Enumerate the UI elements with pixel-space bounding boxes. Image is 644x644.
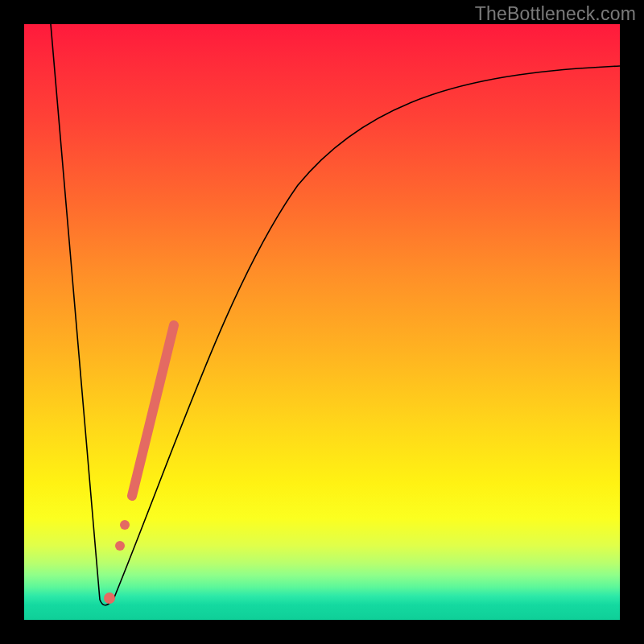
bottleneck-curve	[51, 24, 620, 605]
curve-layer	[24, 24, 620, 620]
watermark-text: TheBottleneck.com	[475, 3, 636, 25]
plot-area	[24, 24, 620, 620]
highlight-stripe	[132, 325, 174, 496]
highlight-dot-2	[115, 541, 125, 551]
highlight-dot-3	[120, 520, 130, 530]
chart-frame: TheBottleneck.com	[0, 0, 644, 644]
highlight-dot-1	[104, 592, 115, 604]
